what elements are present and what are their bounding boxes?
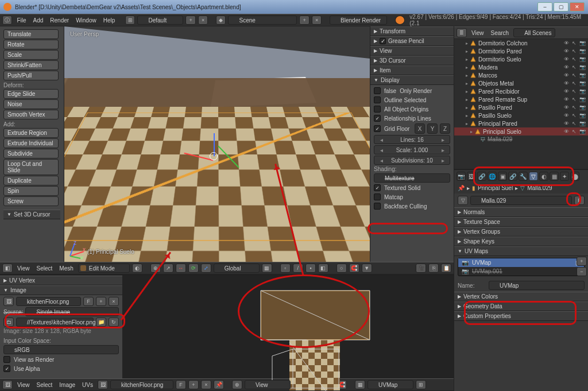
restrict-render-icon[interactable]: 📷 xyxy=(579,96,586,103)
layout-del-icon[interactable]: × xyxy=(198,16,208,25)
uv-menu-image[interactable]: Image xyxy=(57,382,78,388)
tab-constraints-icon[interactable]: 🔗 xyxy=(508,172,517,181)
image-browse-icon[interactable]: 🖼 xyxy=(3,297,14,306)
filepath-browse-icon[interactable]: 📁 xyxy=(96,318,106,327)
menu-add[interactable]: Add xyxy=(31,17,46,24)
restrict-render-icon[interactable]: 📷 xyxy=(579,112,586,119)
scene-selector[interactable]: Scene xyxy=(228,16,297,25)
mesh-fake-user[interactable]: F xyxy=(574,196,585,205)
matcap-check[interactable]: Matcap xyxy=(374,193,450,201)
uvmap-remove-icon[interactable]: − xyxy=(577,267,587,276)
tab-texture-icon[interactable]: ▦ xyxy=(550,172,559,181)
outliner-item[interactable]: ▸Madera👁↖📷 xyxy=(454,63,588,71)
outliner-filter[interactable]: All Scenes xyxy=(513,28,555,37)
restrict-render-icon[interactable]: 📷 xyxy=(579,64,586,71)
restrict-render-icon[interactable]: 📷 xyxy=(579,80,586,87)
relationship-lines-check[interactable]: Relationship Lines xyxy=(374,114,450,122)
outliner-item[interactable]: ▸Pasillo Pared👁↖📷 xyxy=(454,103,588,111)
tab-scene-icon[interactable]: 🔗 xyxy=(477,172,486,181)
panel-geometry-data[interactable]: Geometry Data xyxy=(463,303,502,309)
restrict-select-icon[interactable]: ↖ xyxy=(571,40,578,47)
uv-map-selector[interactable]: UVMap xyxy=(368,380,413,389)
restrict-select-icon[interactable]: ↖ xyxy=(571,128,578,135)
restrict-select-icon[interactable]: ↖ xyxy=(571,72,578,79)
pivot-icon[interactable]: ⊕ xyxy=(150,264,161,273)
toolshelf-duplicate[interactable]: Duplicate xyxy=(3,176,59,185)
panel-display[interactable]: Display xyxy=(381,77,400,83)
uv-image-fake-user[interactable]: F xyxy=(176,380,186,389)
outliner-item[interactable]: ▸Principal Suelo👁↖📷 xyxy=(454,127,588,136)
proportional-icon[interactable]: ○ xyxy=(336,264,347,273)
restrict-view-icon[interactable]: 👁 xyxy=(563,104,570,111)
viewport-3d[interactable]: User Persp (1) Principal Suelo xzy xyxy=(64,26,370,262)
outliner-item[interactable]: ▸Marcos👁↖📷 xyxy=(454,71,588,79)
toolshelf-extrude-region[interactable]: Extrude Region xyxy=(3,128,59,138)
multitexture-dropdown[interactable]: Multitexture xyxy=(374,173,450,183)
uv-image-browse-icon[interactable]: 🖼 xyxy=(98,380,108,389)
source-selector[interactable]: Single Image xyxy=(25,307,119,316)
outliner-item[interactable]: ▸Pared Remate Sup👁↖📷 xyxy=(454,95,588,103)
layers-icon[interactable]: ▦ xyxy=(262,264,272,273)
breadcrumb-mesh[interactable]: Malla.029 xyxy=(527,185,552,191)
view3d-menu-view[interactable]: View xyxy=(15,265,32,272)
sel-face-icon[interactable]: ▪ xyxy=(305,264,316,273)
restrict-select-icon[interactable]: ↖ xyxy=(571,96,578,103)
screen-layout-icon[interactable]: ⊞ xyxy=(125,16,135,25)
shading-sphere-icon[interactable]: ◐ xyxy=(132,264,142,273)
restrict-select-icon[interactable]: ↖ xyxy=(571,48,578,55)
toolshelf-noise[interactable]: Noise xyxy=(3,99,59,109)
limit-sel-icon[interactable]: ◧ xyxy=(318,264,328,273)
filepath-field[interactable]: //Textures\kitchenFloor.png xyxy=(16,318,94,327)
restrict-render-icon[interactable]: 📷 xyxy=(579,72,586,79)
panel-uv-maps[interactable]: UV Maps xyxy=(465,248,488,254)
tab-layers-icon[interactable]: 🖼 xyxy=(467,172,476,181)
menu-help[interactable]: Help xyxy=(101,17,118,24)
restrict-render-icon[interactable]: 📷 xyxy=(579,56,586,63)
manip-toggle-icon[interactable]: ↗ xyxy=(163,264,173,273)
outline-selected-check[interactable]: Outline Selected xyxy=(374,96,450,104)
uv-channels-icon[interactable]: ⊞ xyxy=(416,380,426,389)
restrict-view-icon[interactable]: 👁 xyxy=(563,120,570,127)
menu-window[interactable]: Window xyxy=(74,17,99,24)
editor-type-info-icon[interactable]: ⓘ xyxy=(2,16,12,25)
tab-world-icon[interactable]: 🌐 xyxy=(488,172,497,181)
only-render-check[interactable]: falseOnly Render xyxy=(374,87,450,95)
uv-view-selector[interactable]: View xyxy=(245,380,291,389)
toolshelf-extrude-individual[interactable]: Extrude Individual xyxy=(3,138,59,148)
editor-type-3dview-icon[interactable]: ◧ xyxy=(2,264,13,273)
toolshelf-scale[interactable]: Scale xyxy=(3,50,59,60)
paste-icon[interactable]: 📋 xyxy=(441,264,451,273)
mesh-browse-icon[interactable]: ▽ xyxy=(458,196,468,205)
textured-solid-check[interactable]: Textured Solid xyxy=(374,184,450,192)
tab-render-icon[interactable]: 📷 xyxy=(457,172,466,181)
image-unlink-icon[interactable]: × xyxy=(109,297,119,306)
restrict-render-icon[interactable]: 📷 xyxy=(579,120,586,127)
image-fake-user[interactable]: F xyxy=(83,297,94,306)
restrict-select-icon[interactable]: ↖ xyxy=(571,120,578,127)
image-add-icon[interactable]: + xyxy=(96,297,106,306)
restrict-render-icon[interactable]: 📷 xyxy=(579,104,586,111)
toolshelf-shrink-fatten[interactable]: Shrink/Fatten xyxy=(3,60,59,70)
restrict-view-icon[interactable]: 👁 xyxy=(563,96,570,103)
toolshelf-loop-cut-and-slide[interactable]: Loop Cut and Slide xyxy=(3,159,59,175)
restrict-render-icon[interactable]: 📷 xyxy=(579,88,586,95)
panel-transform[interactable]: Transform xyxy=(380,28,405,34)
panel-normals[interactable]: Normals xyxy=(463,209,485,215)
uv-image-add-icon[interactable]: + xyxy=(188,380,199,389)
mesh-name-field[interactable]: Malla.029 xyxy=(470,196,572,205)
uv-menu-uvs[interactable]: UVs xyxy=(80,382,95,388)
lines-number[interactable]: ◂Lines: 16▸ xyxy=(374,135,450,144)
axis-z-toggle[interactable]: Z xyxy=(440,123,450,134)
restrict-view-icon[interactable]: 👁 xyxy=(563,48,570,55)
scene-add-icon[interactable]: + xyxy=(299,16,309,25)
uv-image-unlink-icon[interactable]: × xyxy=(201,380,211,389)
scene-icon[interactable]: ◆ xyxy=(216,16,226,25)
restrict-view-icon[interactable]: 👁 xyxy=(563,80,570,87)
toolshelf-translate[interactable]: Translate xyxy=(3,29,59,39)
menu-file[interactable]: File xyxy=(14,17,28,24)
panel-vertex-groups[interactable]: Vertex Groups xyxy=(463,229,500,235)
outliner-item[interactable]: ▸Dormitorio Colchon👁↖📷 xyxy=(454,39,588,47)
restrict-view-icon[interactable]: 👁 xyxy=(563,40,570,47)
restrict-view-icon[interactable]: 👁 xyxy=(563,56,570,63)
grid-floor-check[interactable]: Grid Floor xyxy=(374,125,412,133)
